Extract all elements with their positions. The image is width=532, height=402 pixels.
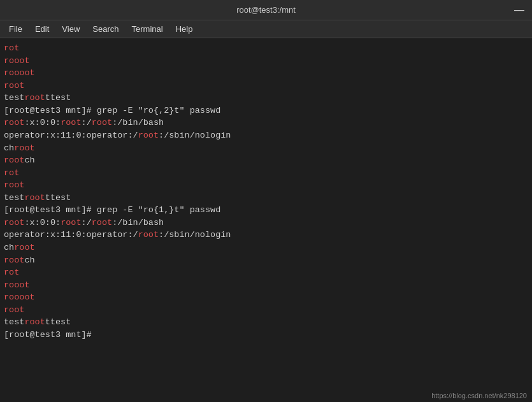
terminal-text: rot xyxy=(4,43,19,53)
terminal-line: rootch xyxy=(4,154,528,167)
terminal-line: root:x:0:0:root:/root:/bin/bash xyxy=(4,117,528,129)
terminal-line: rot xyxy=(4,42,528,55)
terminal-text: rooot xyxy=(4,56,30,66)
title-bar: root@test3:/mnt — xyxy=(0,0,532,20)
terminal-text: root xyxy=(14,143,34,153)
terminal-line: rooot xyxy=(4,279,528,292)
terminal-text: ch xyxy=(4,243,14,252)
terminal-line: testrootttest xyxy=(4,192,528,205)
terminal-text: root xyxy=(138,230,159,240)
terminal-line: chroot xyxy=(4,241,528,254)
terminal-text: roooot xyxy=(4,68,35,78)
window-title: root@test3:/mnt xyxy=(236,5,296,15)
terminal-text: root xyxy=(4,180,24,190)
terminal-text: :/sbin/nologin xyxy=(159,230,231,240)
terminal-text: root xyxy=(61,118,81,127)
terminal-text: root xyxy=(24,193,45,203)
terminal-text: rot xyxy=(4,268,19,277)
terminal-line: [root@test3 mnt]# grep -E "ro{,2}t" pass… xyxy=(4,104,528,117)
window-controls: — xyxy=(507,0,532,20)
terminal-text: :x:0:0: xyxy=(24,218,61,227)
menu-item-search[interactable]: Search xyxy=(86,22,125,36)
terminal-text: :/ xyxy=(82,118,92,127)
menu-item-terminal[interactable]: Terminal xyxy=(126,22,169,36)
terminal-text: operator:x:11:0:operator:/ xyxy=(4,131,138,140)
terminal-text: rooot xyxy=(4,280,30,290)
terminal-text: root xyxy=(61,218,81,227)
terminal-text: ttest xyxy=(45,193,71,203)
terminal-text: root xyxy=(24,93,45,103)
terminal-line: operator:x:11:0:operator:/root:/sbin/nol… xyxy=(4,129,528,142)
terminal-text: root xyxy=(24,317,45,327)
menu-item-view[interactable]: View xyxy=(55,22,86,36)
terminal-text: test xyxy=(4,317,24,327)
terminal-text: ttest xyxy=(45,93,71,103)
terminal-text: root xyxy=(4,118,24,127)
terminal-line: operator:x:11:0:operator:/root:/sbin/nol… xyxy=(4,229,528,241)
terminal-text: root xyxy=(4,218,24,227)
terminal-line: [root@test3 mnt]# grep -E "ro{1,}t" pass… xyxy=(4,204,528,217)
terminal-text: roooot xyxy=(4,292,35,302)
menu-item-file[interactable]: File xyxy=(3,22,29,36)
terminal-text: :/bin/bash xyxy=(112,218,164,227)
terminal-text: root xyxy=(4,305,24,315)
terminal-text: rot xyxy=(4,168,19,178)
terminal-text: :/sbin/nologin xyxy=(159,131,231,140)
terminal-text: ch xyxy=(4,143,14,153)
terminal-text: [root@test3 mnt]# grep -E "ro{,2}t" pass… xyxy=(4,106,220,115)
terminal-line: root xyxy=(4,179,528,192)
terminal-text: :x:0:0: xyxy=(24,118,61,127)
terminal-text: test xyxy=(4,93,24,103)
terminal-line: roooot xyxy=(4,67,528,80)
terminal-line: roooot xyxy=(4,291,528,304)
terminal-line: root xyxy=(4,80,528,92)
terminal-text: root xyxy=(14,243,34,252)
terminal-text: root xyxy=(138,131,159,140)
terminal-text: root xyxy=(92,118,112,127)
terminal-line: rootch xyxy=(4,254,528,267)
terminal-text: root xyxy=(4,155,24,165)
terminal-text: root xyxy=(4,81,24,90)
menu-bar: FileEditViewSearchTerminalHelp xyxy=(0,20,532,38)
terminal-line: rot xyxy=(4,266,528,279)
terminal-text: :/bin/bash xyxy=(112,118,164,127)
status-link: https://blog.csdn.net/nk298120 xyxy=(431,392,527,399)
minimize-button[interactable]: — xyxy=(507,0,532,20)
terminal-area[interactable]: rotroootrooootroottestrootttest[root@tes… xyxy=(0,38,532,402)
terminal-text: [root@test3 mnt]# grep -E "ro{1,}t" pass… xyxy=(4,205,220,215)
terminal-text: [root@test3 mnt]# xyxy=(4,330,97,340)
terminal-text: ch xyxy=(24,155,34,165)
terminal-line: root:x:0:0:root:/root:/bin/bash xyxy=(4,217,528,229)
terminal-line: root xyxy=(4,304,528,317)
terminal-text: ttest xyxy=(45,317,71,327)
terminal-text: operator:x:11:0:operator:/ xyxy=(4,230,138,240)
terminal-text: test xyxy=(4,193,24,203)
terminal-line: chroot xyxy=(4,142,528,155)
menu-item-edit[interactable]: Edit xyxy=(29,22,55,36)
terminal-line: rot xyxy=(4,167,528,180)
terminal-text: root xyxy=(4,255,24,265)
terminal-line: testrootttest xyxy=(4,92,528,104)
terminal-text: ch xyxy=(24,255,34,265)
terminal-line: rooot xyxy=(4,55,528,68)
menu-item-help[interactable]: Help xyxy=(169,22,199,36)
terminal-text: :/ xyxy=(82,218,92,227)
terminal-text: root xyxy=(92,218,112,227)
terminal-line: testrootttest xyxy=(4,316,528,329)
terminal-line: [root@test3 mnt]# xyxy=(4,329,528,341)
